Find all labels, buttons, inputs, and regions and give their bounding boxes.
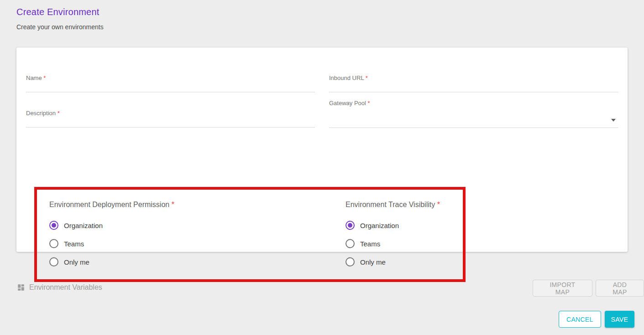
required-asterisk: * (366, 74, 368, 81)
map-buttons-group: IMPORT MAP ADD MAP (533, 280, 644, 297)
deployment-permission-title-text: Environment Deployment Permission (49, 201, 169, 208)
required-asterisk: * (368, 100, 370, 106)
radio-option-trace-teams[interactable]: Teams (346, 234, 440, 253)
radio-option-label: Only me (64, 258, 89, 266)
trace-visibility-group: Environment Trace Visibility * Organizat… (346, 201, 440, 271)
environment-variables-header: Environment Variables (17, 283, 102, 292)
radio-option-deployment-teams[interactable]: Teams (49, 234, 174, 253)
radio-option-label: Teams (360, 240, 380, 248)
trace-visibility-title: Environment Trace Visibility * (346, 201, 440, 209)
radio-option-trace-only-me[interactable]: Only me (346, 253, 440, 271)
trace-visibility-options: Organization Teams Only me (346, 216, 440, 271)
dashboard-grid-icon (17, 283, 25, 292)
inbound-url-label-text: Inbound URL (329, 74, 364, 81)
deployment-permission-options: Organization Teams Only me (49, 216, 174, 271)
radio-option-deployment-only-me[interactable]: Only me (49, 253, 174, 271)
radio-option-label: Only me (360, 258, 386, 266)
gateway-pool-label: Gateway Pool * (329, 100, 370, 106)
environment-variables-title: Environment Variables (29, 283, 102, 292)
page-subtitle: Create your own environments (16, 23, 104, 31)
required-asterisk: * (437, 201, 440, 208)
radio-option-deployment-organization[interactable]: Organization (49, 216, 174, 234)
deployment-permission-group: Environment Deployment Permission * Orga… (49, 201, 174, 271)
gateway-pool-label-text: Gateway Pool (329, 100, 366, 106)
radio-option-label: Organization (360, 222, 399, 229)
name-input[interactable] (26, 86, 315, 92)
inbound-url-field: Inbound URL * (329, 74, 618, 92)
required-asterisk: * (172, 201, 174, 208)
description-input[interactable] (26, 121, 315, 128)
radio-selected-icon (346, 221, 355, 230)
description-label: Description * (26, 110, 60, 117)
save-button[interactable]: SAVE (605, 311, 635, 328)
import-map-button[interactable]: IMPORT MAP (533, 280, 592, 297)
radio-unselected-icon (346, 239, 355, 248)
gateway-pool-field: Gateway Pool * (329, 99, 618, 121)
required-asterisk: * (43, 74, 46, 81)
name-field: Name * (26, 74, 315, 92)
trace-visibility-title-text: Environment Trace Visibility (346, 201, 435, 208)
radio-option-label: Organization (64, 222, 103, 229)
environment-form-card: Name * Inbound URL * Description * Gatew… (16, 48, 628, 252)
page-header: Create Environment Create your own envir… (16, 7, 104, 31)
description-field: Description * (26, 109, 315, 128)
add-map-button[interactable]: ADD MAP (596, 280, 644, 297)
required-asterisk: * (58, 110, 60, 117)
description-label-text: Description (26, 110, 56, 117)
inbound-url-label: Inbound URL * (329, 74, 368, 81)
highlight-annotation-box: Environment Deployment Permission * Orga… (34, 187, 466, 282)
radio-unselected-icon (346, 257, 355, 266)
radio-unselected-icon (49, 239, 58, 248)
chevron-down-icon (611, 119, 616, 122)
name-label: Name * (26, 74, 46, 81)
deployment-permission-title: Environment Deployment Permission * (49, 201, 174, 209)
name-label-text: Name (26, 74, 42, 81)
radio-option-trace-organization[interactable]: Organization (346, 216, 440, 234)
gateway-pool-select[interactable] (329, 107, 618, 128)
radio-option-label: Teams (64, 240, 84, 248)
page-title: Create Environment (16, 7, 104, 17)
footer-actions: CANCEL SAVE (559, 311, 634, 328)
create-environment-page: Create Environment Create your own envir… (0, 0, 644, 335)
radio-unselected-icon (49, 257, 58, 266)
radio-selected-icon (49, 221, 58, 230)
cancel-button[interactable]: CANCEL (559, 311, 601, 328)
inbound-url-input[interactable] (329, 86, 618, 92)
